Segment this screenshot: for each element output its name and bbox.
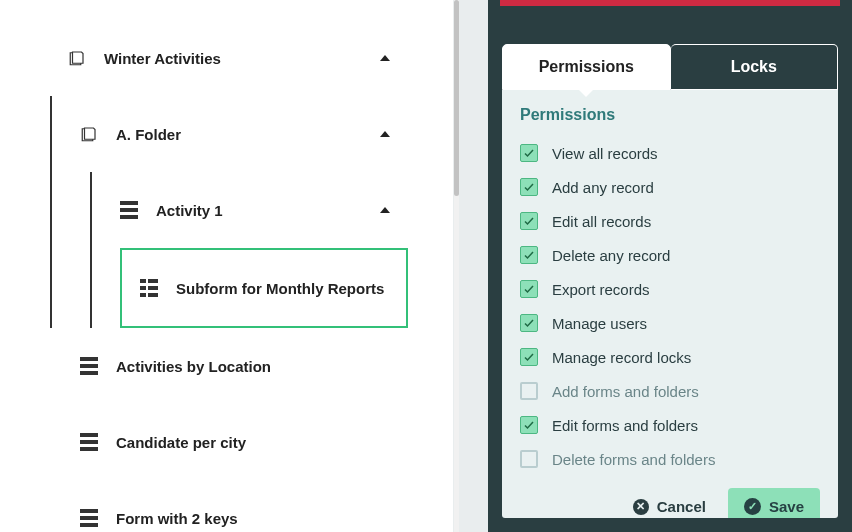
- permission-label: View all records: [552, 145, 658, 162]
- permission-label: Export records: [552, 281, 650, 298]
- svg-rect-0: [120, 201, 138, 205]
- svg-rect-10: [80, 364, 98, 368]
- form-icon: [80, 357, 98, 375]
- button-label: Save: [769, 498, 804, 515]
- tree-item-label: Activities by Location: [116, 358, 271, 375]
- tree-item-winter-activities[interactable]: Winter Activities: [50, 20, 408, 96]
- save-button[interactable]: ✓ Save: [728, 488, 820, 518]
- footer-actions: ✕ Cancel ✓ Save: [520, 476, 820, 518]
- scrollbar-thumb[interactable]: [454, 0, 459, 196]
- cancel-button[interactable]: ✕ Cancel: [627, 497, 712, 516]
- form-icon: [80, 433, 98, 451]
- tree-item-form[interactable]: Form with 2 keys: [0, 480, 408, 532]
- svg-rect-13: [80, 440, 98, 444]
- tree-item-label: Activity 1: [156, 202, 223, 219]
- subform-icon: [140, 279, 158, 297]
- permission-row[interactable]: Delete any record: [520, 238, 820, 272]
- svg-rect-3: [140, 279, 146, 283]
- chevron-up-icon: [380, 207, 390, 213]
- checkbox[interactable]: [520, 280, 538, 298]
- checkbox[interactable]: [520, 178, 538, 196]
- permission-label: Manage users: [552, 315, 647, 332]
- svg-rect-16: [80, 516, 98, 520]
- folder-icon: [80, 125, 98, 143]
- tree-item-label: Subform for Monthly Reports: [176, 280, 384, 297]
- svg-rect-11: [80, 371, 98, 375]
- tree-item-folder[interactable]: A. Folder: [52, 96, 408, 172]
- form-icon: [80, 509, 98, 527]
- panel-body: Permissions View all recordsAdd any reco…: [502, 90, 838, 518]
- tree-item-label: A. Folder: [116, 126, 181, 143]
- permissions-panel: Permissions Locks Permissions View all r…: [488, 0, 852, 532]
- svg-rect-8: [148, 293, 158, 297]
- permission-label: Delete forms and folders: [552, 451, 715, 468]
- tree-item-label: Form with 2 keys: [116, 510, 238, 527]
- permission-row[interactable]: Export records: [520, 272, 820, 306]
- checkbox[interactable]: [520, 212, 538, 230]
- svg-rect-2: [120, 215, 138, 219]
- tabs: Permissions Locks: [488, 6, 852, 90]
- chevron-up-icon: [380, 131, 390, 137]
- svg-rect-15: [80, 509, 98, 513]
- checkbox[interactable]: [520, 416, 538, 434]
- button-label: Cancel: [657, 498, 706, 515]
- svg-rect-4: [148, 279, 158, 283]
- permission-label: Add any record: [552, 179, 654, 196]
- permission-label: Manage record locks: [552, 349, 691, 366]
- tab-label: Permissions: [539, 58, 634, 76]
- tree-item-form[interactable]: Activities by Location: [0, 328, 408, 404]
- svg-rect-5: [140, 286, 146, 290]
- folder-icon: [68, 49, 86, 67]
- tab-label: Locks: [731, 58, 777, 76]
- svg-rect-12: [80, 433, 98, 437]
- tree-item-form[interactable]: Candidate per city: [0, 404, 408, 480]
- tab-permissions[interactable]: Permissions: [502, 44, 671, 90]
- permission-row[interactable]: Edit all records: [520, 204, 820, 238]
- permission-label: Delete any record: [552, 247, 670, 264]
- checkbox[interactable]: [520, 348, 538, 366]
- permission-row[interactable]: Add forms and folders: [520, 374, 820, 408]
- chevron-up-icon: [380, 55, 390, 61]
- form-icon: [120, 201, 138, 219]
- checkbox[interactable]: [520, 314, 538, 332]
- permission-label: Add forms and folders: [552, 383, 699, 400]
- close-icon: ✕: [633, 499, 649, 515]
- tab-locks[interactable]: Locks: [671, 44, 839, 90]
- checkbox[interactable]: [520, 450, 538, 468]
- svg-rect-1: [120, 208, 138, 212]
- permission-row[interactable]: Manage record locks: [520, 340, 820, 374]
- tree-item-activity[interactable]: Activity 1: [92, 172, 408, 248]
- svg-rect-9: [80, 357, 98, 361]
- permission-label: Edit all records: [552, 213, 651, 230]
- svg-rect-17: [80, 523, 98, 527]
- checkbox[interactable]: [520, 382, 538, 400]
- checkbox[interactable]: [520, 144, 538, 162]
- permission-row[interactable]: View all records: [520, 136, 820, 170]
- permission-row[interactable]: Add any record: [520, 170, 820, 204]
- permission-row[interactable]: Delete forms and folders: [520, 442, 820, 476]
- section-title: Permissions: [520, 106, 820, 124]
- svg-rect-14: [80, 447, 98, 451]
- tree-item-label: Candidate per city: [116, 434, 246, 451]
- permission-row[interactable]: Manage users: [520, 306, 820, 340]
- svg-rect-7: [140, 293, 146, 297]
- checkbox[interactable]: [520, 246, 538, 264]
- svg-rect-6: [148, 286, 158, 290]
- permission-label: Edit forms and folders: [552, 417, 698, 434]
- check-circle-icon: ✓: [744, 498, 761, 515]
- tree-item-subform-selected[interactable]: Subform for Monthly Reports: [120, 248, 408, 328]
- permission-row[interactable]: Edit forms and folders: [520, 408, 820, 442]
- tree-item-label: Winter Activities: [104, 50, 221, 67]
- tree-panel: Winter Activities A. Folder: [0, 0, 453, 532]
